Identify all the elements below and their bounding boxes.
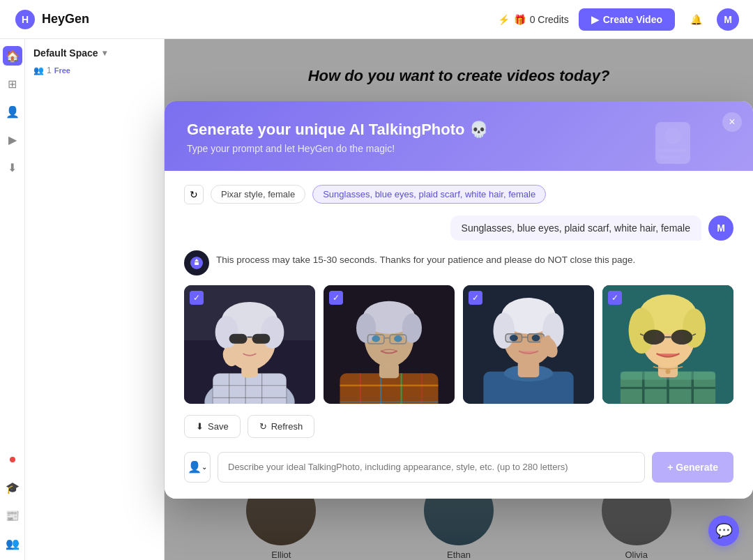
svg-rect-12 [213, 373, 287, 404]
svg-rect-4 [659, 149, 687, 152]
svg-point-76 [644, 329, 665, 344]
image-card-2[interactable]: ✓ [324, 285, 455, 404]
sidebar-icon-red-dot [3, 450, 22, 469]
sidebar-icon-videos[interactable]: ▶ [3, 130, 22, 149]
sidebar-icon-templates[interactable]: ⊞ [3, 74, 22, 93]
left-sidebar: 🏠 ⊞ 👤 ▶ ⬇ 🎓 📰 👥 [0, 39, 25, 560]
sidebar-icon-assets[interactable]: ⬇ [3, 158, 22, 177]
create-video-button[interactable]: ▶ Create Video [579, 8, 675, 31]
svg-point-58 [510, 334, 518, 340]
navbar-right: ⚡ 🎁 0 Credits ▶ Create Video 🔔 M [498, 8, 739, 31]
svg-rect-24 [229, 333, 248, 343]
persona-icon: 👤 [188, 460, 201, 474]
svg-point-3 [664, 128, 681, 144]
chip-pixar[interactable]: Pixar style, female [211, 185, 305, 204]
credits-area: ⚡ 🎁 0 Credits [498, 14, 569, 25]
svg-point-22 [215, 315, 238, 348]
chevron-down-icon: ▾ [102, 48, 107, 58]
svg-rect-8 [195, 262, 199, 265]
image-card-3[interactable]: ✓ [463, 285, 594, 404]
notification-bell[interactable]: 🔔 [685, 8, 707, 31]
bot-message-row: This process may take 15-30 seconds. Tha… [184, 250, 733, 275]
save-icon: ⬇ [196, 421, 204, 432]
modal-illustration [648, 108, 711, 174]
user-chat-avatar: M [708, 215, 733, 241]
user-count: 1 [47, 66, 52, 75]
main-layout: 🏠 ⊞ 👤 ▶ ⬇ 🎓 📰 👥 Default Space ▾ 👥 1 Free… [0, 39, 753, 560]
input-row: 👤 ⌄ + Generate [184, 452, 733, 483]
app-logo: H HeyGen [14, 8, 89, 31]
image-check-3: ✓ [469, 291, 482, 305]
plan-badge: Free [54, 66, 70, 75]
space-name: Default Space [33, 47, 98, 59]
modal-close-button[interactable]: × [722, 112, 742, 132]
svg-rect-5 [659, 156, 680, 159]
create-video-label: Create Video [603, 14, 662, 25]
modal-header: Generate your unique AI TalkingPhoto 💀 T… [165, 101, 753, 171]
svg-point-45 [372, 335, 380, 342]
image-check-2: ✓ [329, 291, 343, 305]
refresh-label: Refresh [271, 421, 303, 432]
prompt-input[interactable] [218, 452, 645, 483]
user-chat-row: Sunglasses, blue eyes, plaid scarf, whit… [184, 215, 733, 241]
space-header[interactable]: Default Space ▾ [33, 47, 155, 59]
generate-button[interactable]: + Generate [652, 452, 733, 483]
bot-avatar [184, 250, 209, 275]
svg-point-53 [493, 312, 515, 349]
user-chat-bubble: Sunglasses, blue eyes, plaid scarf, whit… [450, 215, 701, 241]
user-avatar[interactable]: M [717, 8, 739, 31]
sidebar-icon-avatars[interactable]: 👤 [3, 102, 22, 121]
image-check-4: ✓ [608, 291, 622, 305]
refresh-icon: ↻ [259, 421, 267, 432]
gift-icon: 🎁 [514, 14, 526, 25]
svg-point-46 [394, 335, 402, 342]
image-check-1: ✓ [190, 291, 204, 305]
sidebar-icon-user-mgmt[interactable]: 👥 [3, 533, 22, 553]
refresh-chips-button[interactable]: ↻ [184, 185, 204, 204]
app-name: HeyGen [42, 12, 89, 27]
sidebar-icon-tutorial[interactable]: 🎓 [3, 478, 22, 497]
credits-icon: ⚡ [498, 14, 510, 25]
create-video-icon: ▶ [591, 14, 599, 25]
svg-text:H: H [22, 14, 29, 25]
chat-support-button[interactable]: 💬 [708, 515, 739, 546]
svg-point-59 [532, 334, 540, 340]
logo-icon: H [14, 8, 36, 31]
navbar: H HeyGen ⚡ 🎁 0 Credits ▶ Create Video 🔔 … [0, 0, 753, 39]
space-user-info: 👥 1 Free [33, 66, 155, 75]
save-label: Save [208, 421, 229, 432]
svg-point-77 [671, 329, 693, 344]
svg-point-81 [665, 369, 670, 374]
chat-support-icon: 💬 [715, 522, 733, 539]
chip-sunglasses[interactable]: Sunglasses, blue eyes, plaid scarf, whit… [312, 185, 546, 204]
modal: Generate your unique AI TalkingPhoto 💀 T… [165, 101, 753, 499]
modal-overlay: Generate your unique AI TalkingPhoto 💀 T… [165, 39, 753, 560]
refresh-button[interactable]: ↻ Refresh [248, 415, 315, 438]
user-count-icon: 👥 [33, 66, 44, 75]
save-button[interactable]: ⬇ Save [184, 415, 241, 438]
content-area: How do you want to create videos today? … [165, 39, 753, 560]
svg-point-41 [402, 313, 422, 342]
generate-label: + Generate [667, 462, 718, 473]
sidebar-icon-home[interactable]: 🏠 [3, 46, 22, 66]
prompt-chips-row: ↻ Pixar style, female Sunglasses, blue e… [184, 185, 733, 204]
bot-message-text: This process may take 15-30 seconds. Tha… [216, 250, 635, 265]
image-grid: ✓ [184, 285, 733, 404]
action-buttons-row: ⬇ Save ↻ Refresh [184, 415, 733, 438]
credits-label: 0 Credits [530, 14, 569, 25]
svg-rect-25 [252, 333, 271, 343]
sidebar-icon-news[interactable]: 📰 [3, 506, 22, 525]
image-card-4[interactable]: ✓ [602, 285, 733, 404]
modal-body: ↻ Pixar style, female Sunglasses, blue e… [165, 171, 753, 499]
persona-select-button[interactable]: 👤 ⌄ [184, 452, 211, 483]
image-card-1[interactable]: ✓ [184, 285, 315, 404]
wide-sidebar: Default Space ▾ 👥 1 Free [25, 39, 165, 560]
svg-point-23 [261, 315, 284, 348]
chevron-icon: ⌄ [201, 463, 207, 471]
